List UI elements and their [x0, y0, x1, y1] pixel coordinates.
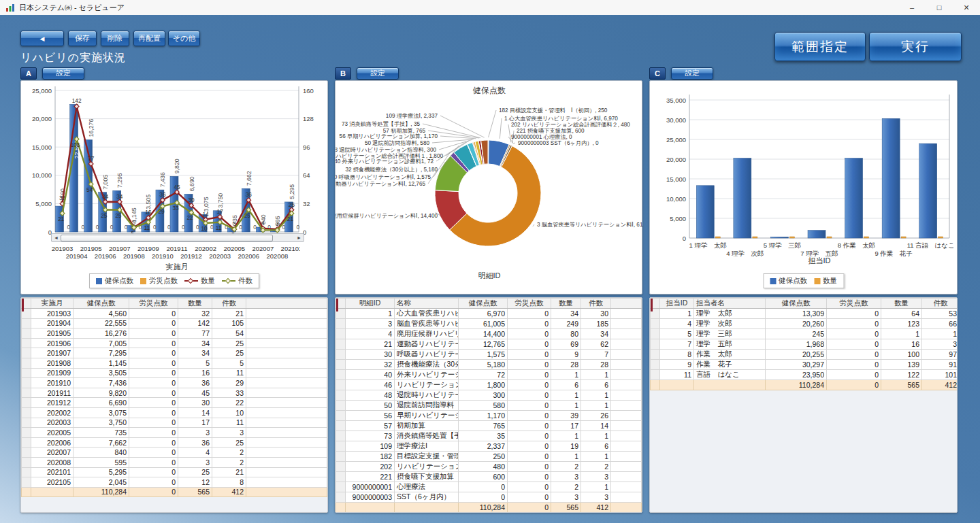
- column-header[interactable]: 件数: [581, 299, 611, 309]
- close-button[interactable]: ✕: [953, 0, 980, 15]
- panel-b-badge[interactable]: B: [335, 67, 351, 80]
- table-row[interactable]: 30呼吸器リハビリテーション料Ⅰ1,575097: [336, 350, 642, 360]
- column-header[interactable]: 名称: [395, 299, 459, 309]
- panel-c-settings-button[interactable]: 設定: [671, 67, 713, 80]
- column-header[interactable]: 数量: [551, 299, 581, 309]
- cell: 0: [129, 378, 178, 388]
- table-row[interactable]: 50退院前訪問指導料580011: [336, 401, 642, 411]
- table-row[interactable]: 109理学療法Ⅰ2,3370196: [336, 441, 642, 452]
- column-header[interactable]: 健保点数: [766, 299, 827, 309]
- table-row[interactable]: 202005735033: [22, 428, 327, 438]
- table-row[interactable]: 2019126,69003022: [22, 398, 327, 408]
- cell: 122: [881, 370, 922, 380]
- cell: 5,180: [459, 360, 508, 370]
- table-row[interactable]: 2020023,07501410: [22, 407, 327, 418]
- table-row[interactable]: 21運動器リハビリテーション料Ⅰ12,76506962: [336, 339, 642, 350]
- svg-text:40 外来リハビリテーション診療料1, 72: 40 外来リハビリテーション診療料1, 72: [336, 158, 434, 165]
- range-select-button[interactable]: 範囲指定: [774, 32, 866, 61]
- cell: 理学 次郎: [694, 319, 766, 329]
- table-row[interactable]: 2021015,29502521: [22, 467, 327, 477]
- column-header[interactable]: 実施月: [31, 299, 74, 309]
- rearrange-button[interactable]: 再配置: [133, 31, 165, 46]
- scrollbar-thumb[interactable]: [61, 235, 273, 241]
- cell: 77: [178, 328, 212, 339]
- column-header[interactable]: 件数: [922, 299, 958, 309]
- scroll-right-icon[interactable]: ►: [295, 234, 304, 241]
- cell: 0: [129, 437, 178, 448]
- panel-b-settings-button[interactable]: 設定: [357, 67, 399, 80]
- column-header[interactable]: 数量: [881, 299, 922, 309]
- table-row[interactable]: 2020067,66203625: [22, 437, 327, 448]
- table-row[interactable]: 48退院時リハビリテーション指導料300011: [336, 390, 642, 401]
- column-header[interactable]: 明細ID: [346, 299, 395, 309]
- save-button[interactable]: 保存: [68, 31, 97, 46]
- panel-a-settings-button[interactable]: 設定: [42, 67, 84, 80]
- table-row[interactable]: 202リハビリテーション総合計画評価料２480022: [336, 462, 642, 472]
- table-row[interactable]: 3脳血管疾患等リハビリテーション料Ⅰ61,0050249185: [336, 319, 642, 329]
- delete-button[interactable]: 削除: [101, 31, 129, 46]
- cell: 201910: [31, 378, 74, 388]
- column-header[interactable]: 労災点数: [827, 299, 881, 309]
- column-header[interactable]: 労災点数: [129, 299, 178, 309]
- chart-horizontal-scrollbar[interactable]: ◄ ►: [51, 233, 304, 242]
- detail-table: 明細ID名称健保点数労災点数数量件数1心大血管疾患リハビリテーション料Ⅰ6,97…: [336, 298, 642, 513]
- table-row[interactable]: 2019107,43603629: [22, 378, 327, 388]
- panel-a-badge[interactable]: A: [20, 67, 37, 80]
- maximize-button[interactable]: □: [926, 0, 953, 15]
- table-row[interactable]: 2019067,00503425: [22, 338, 327, 348]
- svg-text:142: 142: [72, 97, 82, 104]
- table-row[interactable]: 20190516,27607754: [22, 328, 327, 339]
- panel-c-badge[interactable]: C: [649, 67, 666, 80]
- column-header[interactable]: 健保点数: [74, 299, 129, 309]
- table-row[interactable]: 9作業 花子30,297013991: [651, 360, 958, 370]
- column-header[interactable]: 健保点数: [459, 299, 508, 309]
- cell: 1: [660, 309, 694, 319]
- svg-text:0: 0: [82, 224, 85, 231]
- table-row[interactable]: 202007840042: [22, 448, 327, 458]
- table-row[interactable]: 2021052,0450128: [22, 477, 327, 488]
- cell: 9: [660, 360, 694, 370]
- execute-button[interactable]: 実行: [869, 32, 962, 61]
- other-button[interactable]: その他: [168, 31, 200, 46]
- cell: 7,662: [74, 437, 129, 448]
- table-row[interactable]: 8作業 太郎20,255010097: [651, 350, 958, 360]
- column-header[interactable]: 担当者名: [694, 299, 766, 309]
- table-row[interactable]: 40外来リハビリテーション診療料172011: [336, 370, 642, 380]
- table-row[interactable]: 9000000001心理療法0021: [336, 482, 642, 492]
- table-row[interactable]: 2019093,50501611: [22, 368, 327, 378]
- column-header[interactable]: 労災点数: [508, 299, 551, 309]
- table-row[interactable]: 32摂食機能療法（30分以上）5,18002828: [336, 360, 642, 370]
- app-window: 日本システム㈱ - セラピューア – □ ✕ ◀ 保存 削除 再配置 その他 範…: [0, 0, 980, 523]
- table-row[interactable]: 2019077,29503425: [22, 348, 327, 358]
- table-row[interactable]: 57初期加算76501714: [336, 421, 642, 431]
- scroll-left-icon[interactable]: ◄: [52, 234, 61, 241]
- cell: 7: [660, 339, 694, 350]
- table-row[interactable]: 5理学 三郎245011: [651, 329, 958, 339]
- table-row[interactable]: 46リハビリテーション総合計画評価料１1,800066: [336, 380, 642, 390]
- column-header[interactable]: 数量: [178, 299, 212, 309]
- table-row[interactable]: 11言語 はなこ23,9500122101: [651, 370, 958, 380]
- back-button[interactable]: ◀: [20, 31, 64, 46]
- column-header[interactable]: 担当ID: [660, 299, 694, 309]
- column-header[interactable]: 件数: [212, 299, 246, 309]
- table-row[interactable]: 182目標設定支援・管理料 Ⅰ（初回）250011: [336, 452, 642, 462]
- svg-text:201907: 201907: [109, 245, 131, 252]
- cell: 26: [581, 411, 611, 421]
- table-row[interactable]: 2020033,75001711: [22, 418, 327, 428]
- table-row[interactable]: 7理学 五郎1,9680163: [651, 339, 958, 350]
- table-row[interactable]: 56早期リハビリテーション加算1,17003926: [336, 411, 642, 421]
- table-row[interactable]: 1心大血管疾患リハビリテーション料Ⅰ6,97003430: [336, 309, 642, 319]
- table-row[interactable]: 1理学 太郎13,30906453: [651, 309, 958, 319]
- cell: 28: [551, 360, 581, 370]
- table-row[interactable]: 73消炎鎮痛等処置【手技】35011: [336, 431, 642, 441]
- table-row[interactable]: 221摂食嚥下支援加算600033: [336, 472, 642, 482]
- table-row[interactable]: 2019081,145055: [22, 358, 327, 368]
- table-row[interactable]: 4理学 次郎20,260012366: [651, 319, 958, 329]
- table-row[interactable]: 4廃用症候群リハビリテーション料Ⅰ14,40008034: [336, 329, 642, 339]
- table-row[interactable]: 202008595032: [22, 457, 327, 467]
- table-row[interactable]: 2019034,56003221: [22, 309, 327, 319]
- table-row[interactable]: 20190422,5550142105: [22, 318, 327, 328]
- table-row[interactable]: 2019119,82004533: [22, 388, 327, 398]
- minimize-button[interactable]: –: [898, 0, 926, 15]
- table-row[interactable]: 9000000003SST（6ヶ月内）0033: [336, 492, 642, 503]
